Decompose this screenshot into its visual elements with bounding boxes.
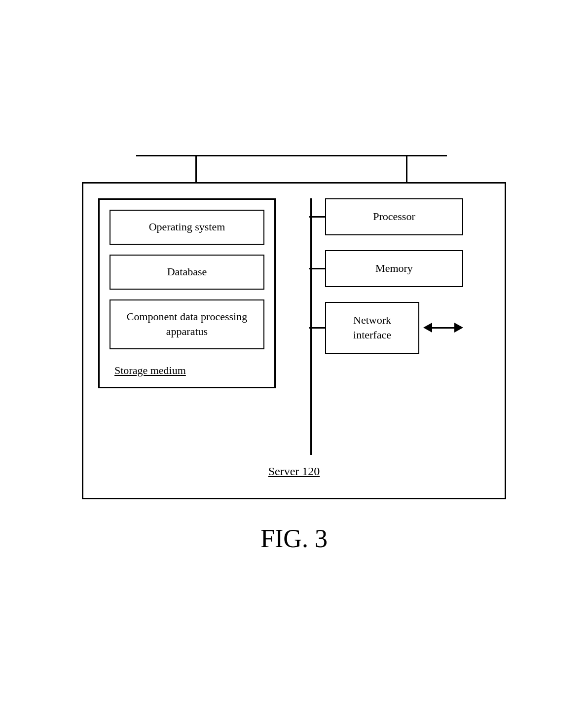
diagram-area: Operating system Database Component data… [72, 155, 516, 553]
page-container: Operating system Database Component data… [0, 0, 588, 708]
component-data-label: Component data processing apparatus [127, 310, 247, 338]
h-bar [136, 155, 447, 156]
bus-line [310, 198, 312, 455]
network-arrow-container [423, 323, 463, 333]
processor-box: Processor [325, 198, 463, 235]
database-box: Database [110, 255, 264, 290]
main-row: Operating system Database Component data… [98, 198, 490, 455]
memory-box: Memory [325, 250, 463, 287]
connector-area [82, 155, 506, 182]
double-headed-arrow [423, 323, 463, 333]
fig-label: FIG. 3 [260, 524, 328, 553]
arrow-line [432, 327, 454, 329]
operating-system-box: Operating system [110, 210, 264, 245]
network-interface-box: Network interface [325, 302, 419, 354]
memory-label: Memory [375, 262, 413, 274]
server-box: Operating system Database Component data… [82, 182, 506, 499]
arrow-head-right [454, 323, 463, 333]
storage-medium-box: Operating system Database Component data… [98, 198, 276, 388]
network-interface-label: Network interface [353, 314, 391, 341]
processor-row: Processor [325, 198, 463, 235]
right-side: Processor Memory [295, 198, 490, 455]
network-row: Network interface [325, 302, 463, 354]
component-data-box: Component data processing apparatus [110, 299, 264, 350]
server-label: Server 120 [98, 465, 490, 478]
database-label: Database [167, 265, 207, 278]
arrow-head-left [423, 323, 432, 333]
memory-row: Memory [325, 250, 463, 287]
operating-system-label: Operating system [149, 221, 225, 233]
storage-medium-label: Storage medium [110, 364, 264, 377]
v-drop-right [406, 155, 407, 182]
processor-label: Processor [373, 210, 415, 223]
v-drop-left [195, 155, 197, 182]
right-components: Processor Memory [325, 198, 463, 354]
